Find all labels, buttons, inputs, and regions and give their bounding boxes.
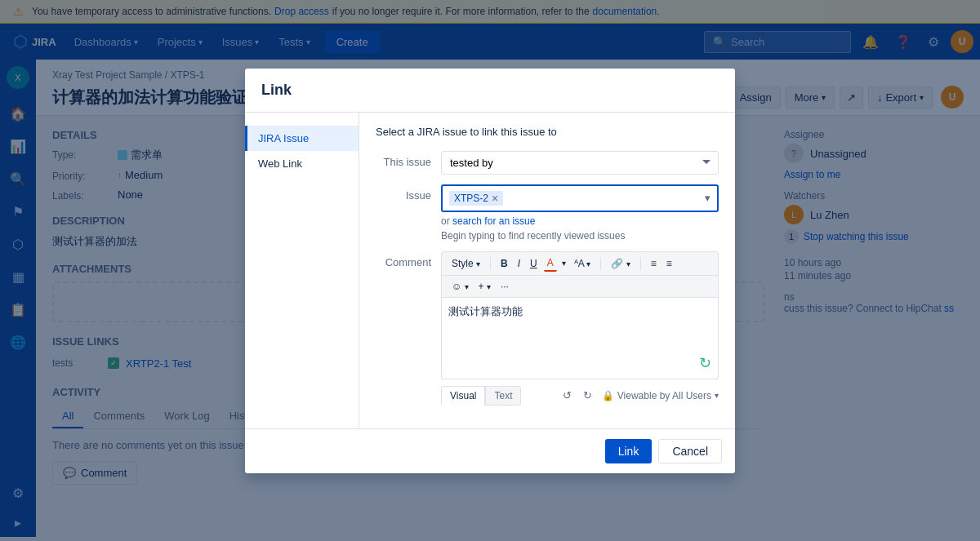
comment-row: Comment Style ▾ B I U A ▾ ᴬA ▾	[376, 251, 719, 406]
underline-button[interactable]: U	[527, 256, 541, 271]
lock-icon: 🔒	[602, 390, 614, 401]
modal-title: Link	[245, 69, 735, 113]
editor-toolbar: Style ▾ B I U A ▾ ᴬA ▾ 🔗 ▾ ≡	[441, 251, 719, 276]
modal-nav-web-link[interactable]: Web Link	[245, 151, 359, 176]
this-issue-select[interactable]: tested by	[441, 151, 719, 175]
unordered-list-button[interactable]: ≡	[663, 256, 675, 271]
issue-control: XTPS-2 × ▾ or search for an issue Begin …	[441, 184, 719, 242]
style-button[interactable]: Style ▾	[448, 256, 483, 271]
editor-tabs: Visual Text	[441, 386, 521, 406]
dropdown-icon[interactable]: ▾	[705, 192, 710, 204]
issue-row: Issue XTPS-2 × ▾ or search for an issue …	[376, 184, 719, 242]
chevron-down-icon: ▾	[715, 391, 719, 400]
more-toolbar-button[interactable]: ···	[497, 279, 512, 294]
this-issue-control: tested by	[441, 151, 719, 175]
modal-footer: Link Cancel	[245, 428, 735, 473]
cancel-button[interactable]: Cancel	[658, 439, 722, 463]
chevron-down-icon: ▾	[562, 259, 566, 268]
link-modal: Link JIRA Issue Web Link Select a JIRA i…	[245, 69, 735, 473]
editor-content: 测试计算器功能	[448, 305, 523, 317]
modal-sidebar: JIRA Issue Web Link	[245, 113, 359, 428]
ordered-list-button[interactable]: ≡	[648, 256, 660, 271]
comment-editor[interactable]: 测试计算器功能 ↻	[441, 298, 719, 379]
search-for-issue-link[interactable]: search for an issue	[452, 215, 535, 227]
link-button[interactable]: Link	[605, 439, 653, 463]
separator	[490, 257, 491, 270]
editor-toolbar-2: ☺ ▾ + ▾ ···	[441, 276, 719, 298]
issue-hint-text: Begin typing to find recently viewed iss…	[441, 230, 719, 242]
undo-button[interactable]: ↺	[558, 386, 577, 405]
issue-search-input[interactable]	[508, 192, 700, 204]
visual-tab[interactable]: Visual	[441, 386, 485, 406]
link-button[interactable]: 🔗 ▾	[608, 256, 633, 271]
modal-overlay[interactable]: Link JIRA Issue Web Link Select a JIRA i…	[0, 0, 980, 537]
this-issue-row: This issue tested by	[376, 151, 719, 175]
emoji-button[interactable]: ☺ ▾	[448, 279, 472, 294]
issue-tag: XTPS-2 ×	[449, 191, 503, 206]
separator	[600, 257, 601, 270]
modal-description: Select a JIRA issue to link this issue t…	[376, 126, 719, 138]
separator	[640, 257, 641, 270]
issue-label: Issue	[376, 184, 441, 202]
insert-button[interactable]: + ▾	[475, 279, 494, 294]
comment-label: Comment	[376, 251, 441, 268]
comment-control: Style ▾ B I U A ▾ ᴬA ▾ 🔗 ▾ ≡	[441, 251, 719, 406]
editor-actions: ↺ ↻ 🔒 Viewable by All Users ▾	[558, 386, 719, 405]
tag-remove-icon[interactable]: ×	[492, 193, 498, 204]
bold-button[interactable]: B	[497, 256, 511, 271]
this-issue-label: This issue	[376, 151, 441, 168]
modal-nav-jira-issue[interactable]: JIRA Issue	[245, 126, 359, 151]
visibility-selector[interactable]: 🔒 Viewable by All Users ▾	[602, 390, 719, 401]
modal-main: Select a JIRA issue to link this issue t…	[359, 113, 735, 428]
text-tab[interactable]: Text	[485, 386, 521, 406]
issue-tag-input[interactable]: XTPS-2 × ▾	[441, 184, 719, 212]
font-color-button[interactable]: A	[544, 255, 557, 272]
refresh-icon[interactable]: ↻	[699, 354, 711, 372]
italic-button[interactable]: I	[514, 256, 523, 271]
redo-button[interactable]: ↻	[578, 386, 597, 405]
issue-search-hint: or search for an issue	[441, 215, 719, 227]
undo-redo: ↺ ↻	[558, 386, 597, 405]
editor-footer: Visual Text ↺ ↻ 🔒 Viewable by	[441, 386, 719, 406]
font-size-button[interactable]: ᴬA ▾	[571, 256, 595, 271]
modal-body: JIRA Issue Web Link Select a JIRA issue …	[245, 113, 735, 428]
